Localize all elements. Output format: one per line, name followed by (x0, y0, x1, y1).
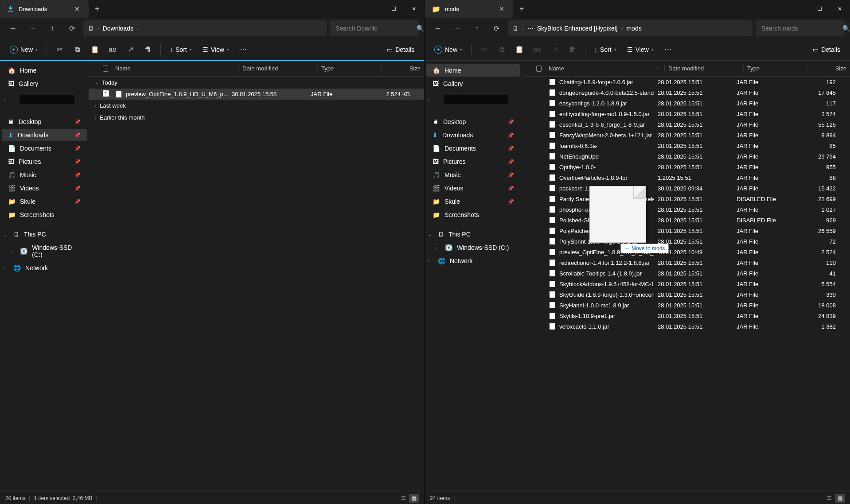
paste-button[interactable]: 📋 (511, 42, 527, 58)
cut-button[interactable]: ✂ (476, 42, 492, 58)
sidebar-item-screenshots[interactable]: 📁Screenshots (2, 209, 87, 221)
close-icon[interactable]: ✕ (73, 5, 82, 12)
sort-button[interactable]: ↕ Sort ▾ (590, 43, 621, 56)
forward-button[interactable]: → (25, 20, 41, 36)
details-view-toggle[interactable]: ☰ (824, 494, 834, 503)
file-row[interactable]: essential_1-3-5-6_forge_1-8-9.jar 28.01.… (522, 119, 850, 130)
back-button[interactable]: ← (430, 20, 446, 36)
share-button[interactable]: ↗ (547, 42, 563, 58)
copy-button[interactable]: ⧉ (69, 42, 85, 58)
refresh-button[interactable]: ⟳ (488, 20, 504, 36)
sidebar-item-network[interactable]: ›🌐Network (2, 262, 87, 274)
file-row[interactable]: dungeonsguide-4.0.0-beta12.5-standa... 2… (522, 87, 850, 98)
file-row[interactable]: phosphor-universal.jar 28.01.2025 15:51 … (522, 204, 850, 215)
search-input[interactable] (335, 25, 413, 32)
sidebar-item-gallery[interactable]: 🖼Gallery (2, 78, 87, 90)
row-checkbox[interactable] (103, 90, 109, 97)
breadcrumb-segment[interactable]: mods (626, 25, 641, 32)
column-type[interactable]: Type (318, 65, 382, 72)
sidebar-item-downloads[interactable]: ⬇Downloads📌 (2, 129, 87, 141)
sidebar-item-videos[interactable]: 🎬Videos📌 (2, 182, 87, 194)
sidebar-item-skule[interactable]: 📁Skule📌 (2, 195, 87, 208)
column-name[interactable]: Name⌃ (545, 65, 665, 72)
ellipsis-icon[interactable]: ⋯ (527, 25, 534, 32)
share-button[interactable]: ↗ (122, 42, 138, 58)
file-row[interactable]: SkyGuide (1.8.9-forge)-1.3.0+oneconfi...… (522, 289, 850, 300)
column-size[interactable]: Size (382, 65, 424, 72)
maximize-button[interactable]: ☐ (809, 0, 830, 18)
file-row[interactable]: preview_OptiFine_1.8.9_HD_U_M6_p... 30.0… (89, 89, 424, 100)
file-row[interactable]: PolyPatcher-1.8.9-forge-1.10.2.jar 28.01… (522, 225, 850, 236)
sidebar-item-drive[interactable]: ›💽Windows-SSD (C:) (426, 241, 520, 254)
breadcrumb[interactable]: 🖥 › ⋯ SkyBlock Enhanced [Hypixel] › mods (508, 20, 753, 36)
select-all-checkbox[interactable] (103, 66, 108, 72)
file-row[interactable]: packcore-1.0.0-beta6.1.jar 30.01.2025 09… (522, 183, 850, 194)
sidebar-item-redacted[interactable]: › (2, 91, 87, 109)
rename-button[interactable]: ae (105, 42, 121, 58)
sidebar-item-screenshots[interactable]: 📁Screenshots (426, 209, 520, 221)
more-button[interactable]: ⋯ (660, 42, 676, 58)
file-row[interactable]: Chatting-1.8.9-forge-2.0.6.jar 28.01.202… (522, 77, 850, 87)
close-button[interactable]: ✕ (830, 0, 850, 18)
minimize-button[interactable]: ─ (789, 0, 809, 18)
sidebar-item-documents[interactable]: 📄Documents📌 (2, 142, 87, 155)
sidebar-item-drive[interactable]: ›💽Windows-SSD (C:) (2, 241, 87, 261)
sidebar-item-music[interactable]: 🎵Music📌 (2, 169, 87, 181)
delete-button[interactable]: 🗑 (565, 42, 581, 58)
new-tab-button[interactable]: + (89, 4, 106, 14)
column-date[interactable]: Date modified (665, 65, 744, 72)
up-button[interactable]: ↑ (44, 20, 60, 36)
search-box[interactable]: 🔍 (756, 20, 845, 36)
delete-button[interactable]: 🗑 (140, 42, 156, 58)
tab-downloads[interactable]: Downloads ✕ (0, 0, 89, 18)
close-icon[interactable]: ✕ (497, 5, 506, 12)
file-row[interactable]: SkyblockAddons-1.9.5+458-for-MC-1.... 28… (522, 279, 850, 289)
sidebar-item-documents[interactable]: 📄Documents📌 (426, 142, 520, 155)
sidebar-item-desktop[interactable]: 🖥Desktop📌 (2, 116, 87, 128)
file-row[interactable]: preview_OptiFine_1.8.9_HD_U_M6_pre... 10… (522, 247, 850, 257)
file-row[interactable]: Optibye-1.0.0- 28.01.2025 15:51 JAR File… (522, 162, 850, 172)
new-button[interactable]: + New ▾ (5, 43, 42, 56)
breadcrumb[interactable]: 🖥 › Downloads › (83, 20, 327, 36)
list-view-toggle[interactable]: ▦ (409, 494, 419, 503)
new-tab-button[interactable]: + (513, 4, 530, 14)
file-row[interactable]: Polished-GUI-1.0.0.jar.disabled 28.01.20… (522, 215, 850, 225)
file-row[interactable]: easyconfigs-1.2.0-1.8.9.jar 28.01.2025 1… (522, 98, 850, 109)
list-view-toggle[interactable]: ▦ (835, 494, 845, 503)
sidebar-item-thispc[interactable]: ⌄🖥This PC (426, 228, 520, 240)
file-row[interactable]: Partly Sane Skies-beta-v0.6.2-prerelea..… (522, 194, 850, 204)
file-row[interactable]: PolySprint-1.8.9-forge-1.0.1.jar 28.01.2… (522, 236, 850, 247)
sidebar-item-home[interactable]: 🏠Home (426, 64, 520, 77)
sidebar-item-redacted[interactable]: › (426, 91, 520, 109)
sidebar-item-skule[interactable]: 📁Skule📌 (426, 195, 520, 208)
breadcrumb-segment[interactable]: Downloads (103, 25, 133, 32)
group-earlier[interactable]: ›Earlier this month (89, 112, 424, 124)
group-lastweek[interactable]: ›Last week (89, 100, 424, 112)
cut-button[interactable]: ✂ (51, 42, 67, 58)
column-type[interactable]: Type (744, 65, 807, 72)
rename-button[interactable]: ae (529, 42, 545, 58)
column-date[interactable]: Date modified (239, 65, 318, 72)
file-row[interactable]: OverflowParticles-1.8.9-for 1.2025 15:51… (522, 172, 850, 183)
sidebar-item-downloads[interactable]: ⬇Downloads📌 (426, 129, 520, 141)
sidebar-item-music[interactable]: 🎵Music📌 (426, 169, 520, 181)
paste-button[interactable]: 📋 (87, 42, 103, 58)
refresh-button[interactable]: ⟳ (64, 20, 80, 36)
file-row[interactable]: veloxcaelo-1.1.0.jar 28.01.2025 15:51 JA… (522, 321, 850, 332)
sidebar-item-pictures[interactable]: 🖼Pictures📌 (2, 155, 87, 168)
forward-button[interactable]: → (449, 20, 465, 36)
sidebar-item-videos[interactable]: 🎬Videos📌 (426, 182, 520, 194)
group-today[interactable]: ⌄Today (89, 77, 424, 89)
details-button[interactable]: ▭ Details (808, 43, 845, 56)
search-box[interactable]: 🔍 (330, 20, 419, 36)
sidebar-item-gallery[interactable]: 🖼Gallery (426, 78, 520, 90)
sort-button[interactable]: ↕ Sort ▾ (165, 43, 196, 56)
sidebar-item-desktop[interactable]: 🖥Desktop📌 (426, 116, 520, 128)
tab-mods[interactable]: 📁 mods ✕ (425, 0, 513, 18)
sidebar-item-network[interactable]: ›🌐Network (426, 255, 520, 267)
select-all-checkbox[interactable] (536, 66, 542, 72)
sidebar-item-home[interactable]: 🏠Home (2, 64, 87, 77)
column-size[interactable]: Size (807, 65, 850, 72)
more-button[interactable]: ⋯ (235, 42, 251, 58)
search-input[interactable] (761, 25, 839, 32)
